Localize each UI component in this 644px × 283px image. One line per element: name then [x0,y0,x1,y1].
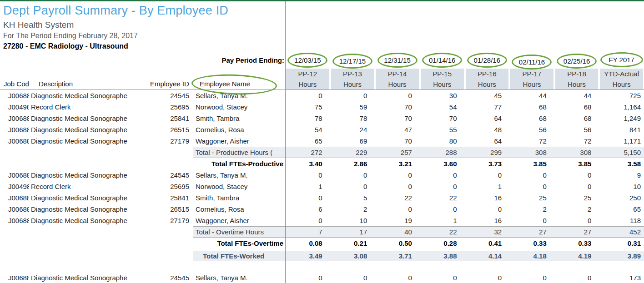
hours-value-cell: 80 [420,137,465,145]
hours-value-cell: 10 [330,217,375,224]
table-header-row: Job Code Description Employee ID Employe… [0,69,644,90]
hours-unit-label: Hours [600,80,643,88]
hours-value-cell: 68 [509,103,554,111]
hours-value-cell: 68 [554,114,599,122]
hours-value-cell: 308 [554,149,599,156]
header-job-code: Job Code [0,80,29,89]
hours-value-cell: 68 [554,103,599,111]
annotation-circle: 12/17/15 [332,54,372,69]
hours-value-cell: 56 [509,126,554,134]
pay-period-date-cell: FY 2017 [599,53,644,67]
hours-value-cell: 0 [285,274,330,282]
hours-value-cell: 25 [554,194,599,202]
pay-period-ending-row: Pay Period Ending: 12/03/1512/17/1512/31… [0,50,644,69]
hours-value-cell: 272 [285,149,330,156]
hours-value-cell: 288 [420,149,465,156]
column-header-cell: PP-12Hours [285,69,330,89]
pay-period-date: 02/11/16 [519,58,545,66]
hours-value-cell: 64 [465,114,510,122]
hours-value-cell: 9 [599,171,644,179]
hours-value-cell: 59 [330,103,375,111]
column-header-cell: PP-13Hours [330,69,375,89]
pay-period-date-cell: 12/31/15 [375,53,420,68]
organization-name: KH Health System [3,20,644,30]
employee-id-cell: 24545 [150,92,190,99]
annotation-circle: 02/11/16 [512,55,552,70]
hours-value-cell: 3.88 [420,252,465,260]
hours-value-cell: 0.41 [465,239,510,247]
hours-value-cell: 0 [285,217,330,224]
hours-value-cell: 0.28 [420,239,465,247]
hours-value-cell: 47 [375,126,420,134]
hours-value-cell: 1,249 [599,114,644,122]
hours-value-cell: 25 [509,194,554,202]
hours-value-cell: 0 [420,205,465,213]
hours-value-cell: 3.60 [420,160,465,168]
hours-value-cell: 4.19 [554,252,599,260]
hours-value-cell: 54 [285,126,330,134]
employee-name-cell: Norwood, Stacey [190,183,285,190]
hours-value-cell: 27 [509,228,554,236]
employee-row: J00688Diagnostic Medical Sonographe24545… [0,272,644,283]
hours-value-cell: 24 [330,126,375,134]
hours-unit-label: Hours [376,80,419,88]
description-cell: Diagnostic Medical Sonographe [29,205,150,213]
annotation-circle: 12/03/15 [287,53,327,68]
period-code-label: PP-16 [466,70,509,78]
hours-value-cell: 0 [554,274,599,282]
hours-value-cell: 0 [465,171,510,179]
job-code-cell: J00688 [0,126,29,134]
hours-value-cell: 77 [465,103,510,111]
hours-value-cell: 70 [375,137,420,145]
hours-value-cell: 0 [375,205,420,213]
job-code-cell: J00498 [0,183,29,190]
job-code-cell: J00688 [0,205,29,213]
pay-period-date: 12/31/15 [384,56,410,64]
report-title: Dept Payroll Summary - By Employee ID [3,4,644,17]
hours-value-cell: 1,164 [599,103,644,111]
hours-value-cell: 3.85 [509,160,554,168]
employee-row: J00688Diagnostic Medical Sonographe25841… [0,192,644,204]
total-ftes-overtime-row-label: Total FTEs-Overtime [190,239,285,247]
hours-value-cell: 3.58 [599,160,644,168]
employee-row: J00688Diagnostic Medical Sonographe25841… [0,113,644,124]
payroll-report-page: Dept Payroll Summary - By Employee ID KH… [0,0,644,283]
job-code-cell: J00688 [0,194,29,202]
hours-value-cell: 75 [285,103,330,111]
employee-row: J00688Diagnostic Medical Sonographe26515… [0,204,644,215]
hours-value-cell: 44 [509,92,554,99]
hours-value-cell: 68 [509,114,554,122]
hours-value-cell: 5 [330,194,375,202]
hours-value-cell: 3.21 [375,160,420,168]
hours-value-cell: 250 [599,194,644,202]
hours-value-cell: 65 [285,137,330,145]
employee-name-cell: Waggoner, Aisher [190,217,285,224]
column-header-box: PP-16Hours [466,69,509,89]
employee-row: J00688Diagnostic Medical Sonographe27179… [0,135,644,147]
annotation-circle: 12/31/15 [377,53,418,68]
job-code-cell: J00498 [0,103,29,111]
hours-value-cell: 22 [375,194,420,202]
hours-value-cell: 0 [465,274,510,282]
hours-unit-label: Hours [466,80,509,88]
period-code-label: PP-13 [331,70,374,78]
hours-value-cell: 70 [375,114,420,122]
report-header: Dept Payroll Summary - By Employee ID KH… [0,0,644,50]
hours-value-cell: 22 [420,228,465,236]
top-border-line [0,0,644,1]
hours-value-cell: 0 [285,194,330,202]
total-ftes-worked-row: Total FTEs-Worked3.493.083.713.884.144.1… [0,251,644,261]
hours-value-cell: 0 [509,274,554,282]
hours-value-cell: 3.40 [285,160,330,168]
pay-period-date-cell: 01/28/16 [465,53,510,68]
description-cell: Record Clerk [29,103,150,111]
hours-value-cell: 0.31 [599,239,644,247]
hours-unit-label: Hours [510,80,553,88]
job-code-cell: J00688 [0,137,29,145]
hours-value-cell: 19 [375,217,420,224]
hours-unit-label: Hours [421,80,464,88]
employee-id-cell: 25695 [150,183,190,190]
employee-id-cell: 24545 [150,171,190,179]
hours-value-cell: 0 [285,92,330,99]
hours-value-cell: 72 [554,137,599,145]
